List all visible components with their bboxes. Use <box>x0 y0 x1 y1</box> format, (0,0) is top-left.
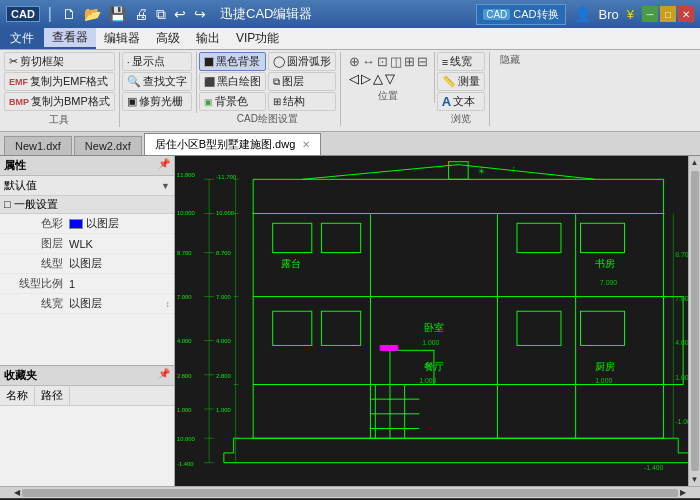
maximize-button[interactable]: □ <box>660 6 676 22</box>
print-icon[interactable]: 🖨 <box>134 6 148 22</box>
svg-text:7.000: 7.000 <box>216 295 231 301</box>
cad-settings-label: CAD绘图设置 <box>199 112 336 126</box>
copy-icon[interactable]: ⧉ <box>156 6 166 23</box>
svg-text:10.000: 10.000 <box>177 210 196 216</box>
linetype-label: 线型 <box>4 256 69 271</box>
scroll-left-icon[interactable]: ◀ <box>14 488 20 497</box>
titlebar: CAD | 🗋 📂 💾 🖨 ⧉ ↩ ↪ 迅捷CAD编辑器 CAD CAD转换 👤… <box>0 0 700 28</box>
cad-badge: CAD <box>483 9 510 20</box>
menu-vip[interactable]: VIP功能 <box>228 28 287 49</box>
menu-editor[interactable]: 编辑器 <box>96 28 148 49</box>
show-points-btn[interactable]: ·显示点 <box>122 52 192 71</box>
trim-raster-btn[interactable]: ▣修剪光栅 <box>122 92 192 111</box>
nav-up-icon[interactable]: △ <box>373 71 383 86</box>
username: Bro <box>599 7 619 22</box>
horizontal-scrollbar[interactable]: ◀ ▶ <box>0 486 700 498</box>
bw-draw-btn[interactable]: ⬛黑白绘图 <box>199 72 266 91</box>
emf-icon: EMF <box>9 77 28 87</box>
minimize-button[interactable]: ─ <box>642 6 658 22</box>
scroll-right-icon[interactable]: ▶ <box>680 488 686 497</box>
cad-convert-button[interactable]: CAD CAD转换 <box>476 4 565 25</box>
save-icon[interactable]: 💾 <box>109 6 126 22</box>
structure-btn[interactable]: ⊞结构 <box>268 92 336 111</box>
name-col-header: 名称 <box>0 386 35 405</box>
layer-value: WLK <box>69 238 170 250</box>
svg-line-29 <box>302 165 458 180</box>
scroll-up-icon[interactable]: ▲ <box>691 158 699 167</box>
bookmarks-header: 收藏夹 📌 <box>0 366 174 386</box>
window-controls: ─ □ ✕ <box>642 6 694 22</box>
position-label: 位置 <box>347 89 430 103</box>
drawing-area[interactable]: 11.800 10.000 8.700 7.000 4.000 2.800 1.… <box>175 156 688 486</box>
menu-advanced[interactable]: 高级 <box>148 28 188 49</box>
svg-text:11.800: 11.800 <box>177 172 196 178</box>
pin-icon[interactable]: 📌 <box>158 158 170 173</box>
bookmarks-label: 收藏夹 <box>4 368 37 383</box>
svg-text:餐厅: 餐厅 <box>424 361 444 372</box>
cut-frame-icon: ✂ <box>9 55 18 68</box>
nav-right-icon[interactable]: ▷ <box>361 71 371 86</box>
find-icon: 🔍 <box>127 75 141 88</box>
redo-icon[interactable]: ↪ <box>194 6 206 22</box>
measure-btn[interactable]: 📏测量 <box>437 72 485 91</box>
new-file-icon[interactable]: 🗋 <box>62 6 76 22</box>
linewidth-btn[interactable]: ≡线宽 <box>437 52 485 71</box>
menubar: 文件 查看器 编辑器 高级 输出 VIP功能 <box>0 28 700 50</box>
money-icon: ¥ <box>627 7 634 22</box>
black-bg-btn[interactable]: 黑色背景 <box>199 52 266 71</box>
svg-text:露台: 露台 <box>281 258 301 269</box>
find-text-btn[interactable]: 🔍查找文字 <box>122 72 192 91</box>
svg-rect-46 <box>273 311 312 345</box>
svg-rect-48 <box>517 311 561 345</box>
dropdown-arrow-icon[interactable]: ▼ <box>161 181 170 191</box>
cad-convert-label: CAD转换 <box>513 7 558 22</box>
color-swatch <box>69 219 83 229</box>
bg-color-btn[interactable]: ▣背景色 <box>199 92 266 111</box>
scroll-thumb-v[interactable] <box>691 171 699 471</box>
menu-viewer[interactable]: 查看器 <box>44 28 96 49</box>
linescale-row: 线型比例 1 <box>0 274 174 294</box>
default-label: 默认值 <box>4 178 37 193</box>
tab-new2[interactable]: New2.dxf <box>74 136 142 155</box>
vertical-scrollbar[interactable]: ▲ ▼ <box>688 156 700 486</box>
svg-text:4.000: 4.000 <box>675 339 688 346</box>
open-file-icon[interactable]: 📂 <box>84 6 101 22</box>
copy-emf-btn[interactable]: EMF复制为EMF格式 <box>4 72 115 91</box>
tab-close-icon[interactable]: ✕ <box>302 139 310 150</box>
text-btn[interactable]: A文本 <box>437 92 485 111</box>
menu-file[interactable]: 文件 <box>0 28 44 49</box>
scroll-thumb-h[interactable] <box>22 489 678 497</box>
nav-down-icon[interactable]: ▽ <box>385 71 395 86</box>
nav-left-icon[interactable]: ◁ <box>349 71 359 86</box>
svg-rect-64 <box>380 345 398 350</box>
menu-output[interactable]: 输出 <box>188 28 228 49</box>
trim-icon: ▣ <box>127 95 137 108</box>
tab-new1[interactable]: New1.dxf <box>4 136 72 155</box>
svg-text:7.000: 7.000 <box>177 295 192 301</box>
svg-text:4.000: 4.000 <box>216 338 231 344</box>
tab-main-file[interactable]: 居住小区B型别墅建施图.dwg ✕ <box>144 133 322 155</box>
svg-rect-47 <box>322 311 361 345</box>
svg-rect-43 <box>322 223 361 252</box>
titlebar-left: CAD | 🗋 📂 💾 🖨 ⧉ ↩ ↪ 迅捷CAD编辑器 <box>6 5 312 23</box>
smooth-arc-btn[interactable]: ◯圆滑弧形 <box>268 52 336 71</box>
copy-bmp-btn[interactable]: BMP复制为BMP格式 <box>4 92 115 111</box>
cad-svg: 11.800 10.000 8.700 7.000 4.000 2.800 1.… <box>175 156 688 486</box>
close-button[interactable]: ✕ <box>678 6 694 22</box>
svg-text:1.000: 1.000 <box>675 374 688 381</box>
svg-text:10.000: 10.000 <box>216 210 235 216</box>
undo-icon[interactable]: ↩ <box>174 6 186 22</box>
bookmarks-pin-icon[interactable]: 📌 <box>158 368 170 383</box>
layer-btn[interactable]: ⧉图层 <box>268 72 336 91</box>
svg-text:1.000: 1.000 <box>216 407 231 413</box>
svg-text:4.000: 4.000 <box>177 338 192 344</box>
bookmarks-panel: 收藏夹 📌 名称 路径 <box>0 366 174 486</box>
cut-frame-btn[interactable]: ✂剪切框架 <box>4 52 115 71</box>
scroll-down-icon[interactable]: ▼ <box>691 475 699 484</box>
path-col-header: 路径 <box>35 386 70 405</box>
properties-label: 属性 <box>4 158 26 173</box>
title-separator: | <box>48 5 52 23</box>
general-settings-header[interactable]: □ 一般设置 <box>0 196 174 214</box>
linetype-value: 以图层 <box>69 256 170 271</box>
linewidth-row: 线宽 以图层 ↕ <box>0 294 174 314</box>
